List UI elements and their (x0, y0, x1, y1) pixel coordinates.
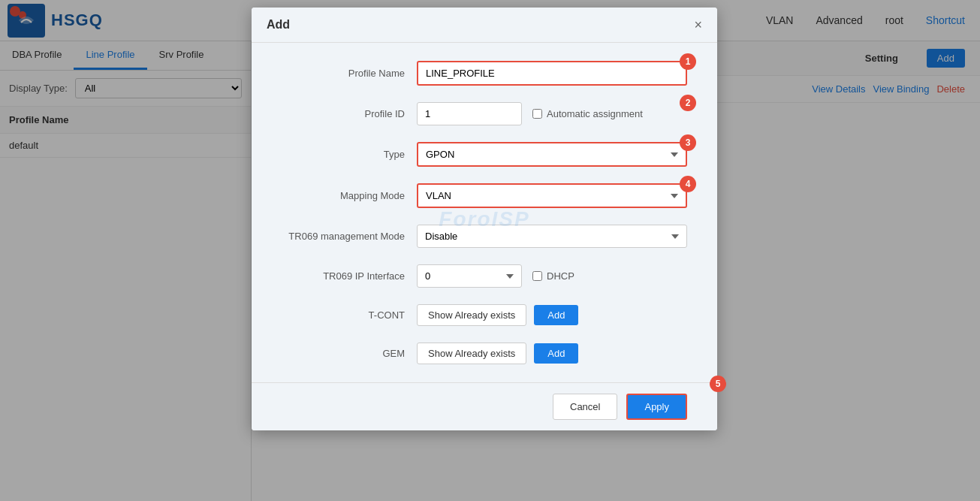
tcont-controls: Show Already exists Add (417, 304, 687, 326)
type-row: Type GPON EPON 3 (282, 142, 687, 167)
mapping-mode-select[interactable]: VLAN GEM Port (417, 183, 687, 208)
badge-3: 3 (680, 134, 696, 151)
badge-2: 2 (680, 95, 696, 111)
tr069-mode-row: TR069 management Mode Disable Enable (282, 225, 687, 248)
profile-id-input[interactable] (417, 102, 522, 125)
type-label: Type (282, 149, 417, 160)
dhcp-checkbox[interactable] (532, 271, 542, 281)
type-select[interactable]: GPON EPON (417, 142, 687, 167)
tcont-row: T-CONT Show Already exists Add (282, 304, 687, 326)
badge-1: 1 (680, 53, 696, 70)
gem-add-button[interactable]: Add (534, 343, 578, 364)
auto-assign-checkbox[interactable] (532, 109, 542, 119)
auto-assign-label: Automatic assignment (532, 108, 643, 119)
add-modal: Add × ForoISP Profile Name 1 Profile ID … (252, 8, 717, 430)
tcont-add-button[interactable]: Add (534, 305, 578, 325)
modal-footer: Cancel Apply 5 (252, 382, 717, 430)
tcont-label: T-CONT (282, 309, 417, 321)
modal-body: ForoISP Profile Name 1 Profile ID Automa… (252, 43, 717, 382)
badge-4: 4 (680, 176, 696, 192)
modal-title: Add (267, 18, 290, 32)
mapping-mode-label: Mapping Mode (282, 190, 417, 201)
gem-label: GEM (282, 348, 417, 359)
profile-name-input[interactable] (417, 61, 687, 86)
mapping-mode-row: Mapping Mode VLAN GEM Port 4 (282, 183, 687, 208)
modal-header: Add × (252, 8, 717, 43)
dhcp-row: 0 1 2 DHCP (417, 264, 687, 288)
tr069-mode-label: TR069 management Mode (282, 231, 417, 242)
apply-button[interactable]: Apply (626, 394, 687, 420)
id-row: Automatic assignment (417, 102, 687, 125)
cancel-button[interactable]: Cancel (553, 394, 617, 420)
profile-id-row: Profile ID Automatic assignment 2 (282, 102, 687, 125)
gem-row: GEM Show Already exists Add (282, 343, 687, 364)
modal-close-button[interactable]: × (694, 18, 702, 32)
dhcp-label: DHCP (532, 270, 574, 282)
tr069-mode-select[interactable]: Disable Enable (417, 225, 687, 248)
profile-name-label: Profile Name (282, 68, 417, 79)
gem-controls: Show Already exists Add (417, 343, 687, 364)
tr069-ip-row: TR069 IP Interface 0 1 2 DHCP (282, 264, 687, 288)
gem-show-exists-button[interactable]: Show Already exists (417, 343, 526, 364)
badge-5: 5 (710, 376, 726, 392)
auto-assign-text: Automatic assignment (547, 108, 643, 119)
tr069-ip-select[interactable]: 0 1 2 (417, 264, 522, 288)
tr069-ip-label: TR069 IP Interface (282, 270, 417, 282)
tcont-show-exists-button[interactable]: Show Already exists (417, 304, 526, 326)
dhcp-text: DHCP (547, 270, 574, 282)
profile-name-row: Profile Name 1 (282, 61, 687, 86)
profile-id-label: Profile ID (282, 108, 417, 119)
